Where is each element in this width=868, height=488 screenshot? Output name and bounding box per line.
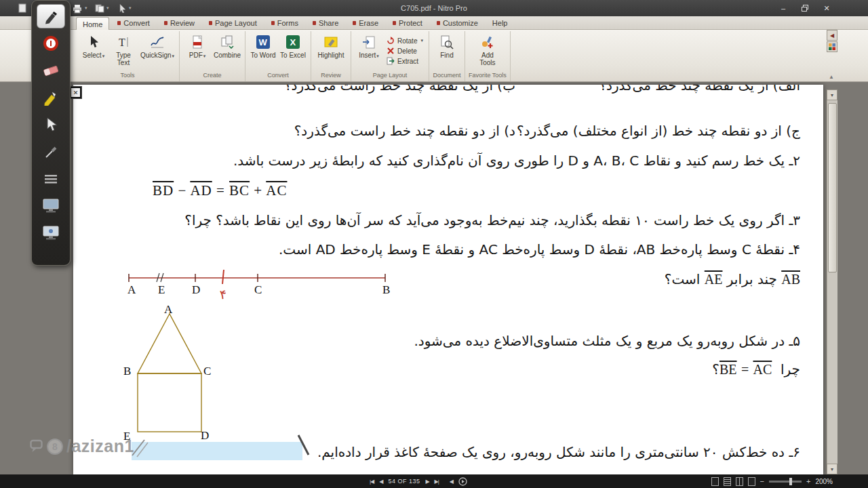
delete-button[interactable]: Delete <box>384 47 425 55</box>
next-page-icon[interactable]: ▶ <box>425 479 429 485</box>
group-label-convert: Convert <box>267 71 289 80</box>
svg-text:X: X <box>290 37 296 47</box>
continuous-view-icon[interactable] <box>724 477 731 486</box>
plus-sign: + <box>254 182 262 199</box>
question-3: ۳ـ اگر روی یک خط راست ۱۰ نقطه بگذارید، چ… <box>184 212 800 228</box>
type-text-button[interactable]: T Type Text <box>109 32 138 66</box>
zoom-slider-thumb[interactable] <box>789 478 792 485</box>
first-page-icon[interactable]: |◀ <box>370 479 374 485</box>
ribbon-tab-bar: Home Convert Review Page Layout Forms Sh… <box>0 16 868 30</box>
collapse-panel-button[interactable]: ◀ <box>827 30 837 41</box>
zoom-slider[interactable] <box>769 481 802 483</box>
brush-tool-button[interactable] <box>37 140 65 164</box>
scroll-down-button[interactable]: ▾ <box>827 464 837 474</box>
panes-button[interactable] <box>827 41 837 52</box>
tab-protect[interactable]: Protect <box>387 16 429 29</box>
number-line-label-d: D <box>192 283 200 297</box>
fit-page-view-icon[interactable] <box>748 477 755 486</box>
ribbon-group-tools: Select▾ T Type Text QuickSign▾ Tools <box>76 31 180 81</box>
single-page-view-icon[interactable] <box>711 477 719 486</box>
cursor-tool-button[interactable] <box>37 113 65 137</box>
left-arrow-icon: ◀ <box>830 33 834 39</box>
lines-tool-button[interactable] <box>37 167 65 191</box>
tab-review[interactable]: Review <box>158 16 201 29</box>
zoom-out-icon[interactable]: − <box>760 477 764 485</box>
tab-label: Help <box>492 19 508 27</box>
yellow-pen-icon <box>42 89 60 106</box>
question-5-followup: چرا BE = AC ؟ <box>712 361 800 378</box>
eraser-tool-button[interactable] <box>37 58 65 83</box>
projector-tool-button[interactable] <box>37 221 65 245</box>
close-button[interactable]: ✕ <box>818 2 835 14</box>
number-line-label-e: E <box>158 283 165 297</box>
restore-button[interactable] <box>796 2 814 14</box>
tab-page-layout[interactable]: Page Layout <box>203 16 263 29</box>
zoom-level[interactable]: 200% <box>815 478 833 485</box>
close-note-icon[interactable]: ✕ <box>71 88 80 97</box>
tab-forms[interactable]: Forms <box>265 16 304 29</box>
pages-icon[interactable]: ▾ <box>95 3 109 14</box>
house-label-a: A <box>164 303 172 317</box>
titlebar: ▾ ▾ ▾ C705.pdf - Nitro Pro – ✕ <box>0 0 868 16</box>
cursor-icon <box>44 117 58 133</box>
equals-sign: = <box>741 362 749 377</box>
panes-icon <box>829 43 835 50</box>
word-icon: W <box>256 34 270 50</box>
pdf-page: الف) از یک نقطه چند خط می‌گذرد؟ ب) از یک… <box>73 85 823 474</box>
zoom-in-icon[interactable]: + <box>806 477 810 485</box>
previous-page-icon[interactable]: ◀ <box>379 479 382 485</box>
last-page-icon[interactable]: ▶| <box>435 479 439 485</box>
add-tools-button[interactable]: Add Tools <box>473 32 502 66</box>
previous-view-icon[interactable]: ◀ <box>450 479 453 485</box>
tab-home[interactable]: Home <box>76 17 109 30</box>
tab-label: Customize <box>443 19 478 27</box>
minimize-button[interactable]: – <box>774 2 792 14</box>
combine-button[interactable]: Combine <box>213 32 241 59</box>
tab-convert[interactable]: Convert <box>111 16 156 29</box>
pointer-tool-icon[interactable]: ▾ <box>118 3 132 14</box>
tab-marker-icon <box>117 21 121 25</box>
marker-pen-icon <box>43 8 59 24</box>
print-icon[interactable]: ▾ <box>72 3 87 14</box>
select-button[interactable]: Select▾ <box>79 32 108 60</box>
question-2: ۲ـ یک خط رسم کنید و نقاط A، B، C و D را … <box>233 152 800 169</box>
tab-share[interactable]: Share <box>307 16 344 29</box>
scroll-up-button[interactable]: ▾ <box>827 89 837 100</box>
tab-label: Share <box>319 19 338 27</box>
rotate-button[interactable]: Rotate▾ <box>384 37 425 45</box>
scrollbar-thumb[interactable] <box>828 103 837 272</box>
select-icon <box>87 34 100 50</box>
number-line-label-c: C <box>254 283 262 297</box>
overlined-term: AC <box>266 182 287 199</box>
house-figure <box>133 308 214 437</box>
tab-marker-icon <box>353 21 356 25</box>
house-label-c: C <box>203 365 211 378</box>
pdf-button[interactable]: PDF▾ <box>183 32 212 60</box>
tab-customize[interactable]: Customize <box>431 16 484 29</box>
tab-label: Home <box>83 20 102 28</box>
vertical-scrollbar[interactable] <box>827 100 837 464</box>
to-excel-button[interactable]: X To Excel <box>279 32 307 59</box>
quicksign-button[interactable]: QuickSign▾ <box>139 32 176 60</box>
sync-view-icon[interactable] <box>458 477 467 486</box>
tab-label: Convert <box>123 19 150 27</box>
marker-tool-button[interactable] <box>37 4 65 28</box>
tab-label: Erase <box>359 19 378 27</box>
question-6: ۶ـ ده خط‌کش ۲۰ سانتی‌متری را مانند شکل ر… <box>317 444 800 460</box>
facing-pages-view-icon[interactable] <box>736 477 743 486</box>
red-pen-tool-button[interactable] <box>37 31 65 56</box>
extract-button[interactable]: Extract <box>384 57 425 65</box>
to-word-button[interactable]: W To Word <box>249 32 277 59</box>
minimize-icon: – <box>781 4 785 12</box>
monitor-tool-button[interactable] <box>37 194 65 218</box>
find-button[interactable]: Find <box>433 32 461 59</box>
tab-erase[interactable]: Erase <box>347 16 384 29</box>
ribbon-group-favorite-tools: Add Tools Favorite Tools <box>465 31 511 81</box>
insert-button[interactable]: Insert▾ <box>355 32 383 60</box>
tab-help[interactable]: Help <box>486 16 514 29</box>
down-caret-icon: ▾ <box>831 92 833 98</box>
dropdown-caret-icon: ▾ <box>85 5 87 11</box>
yellow-pen-tool-button[interactable] <box>37 85 65 110</box>
zoom-controls: − + 200% <box>711 474 833 488</box>
highlight-button[interactable]: Highlight <box>315 32 347 59</box>
